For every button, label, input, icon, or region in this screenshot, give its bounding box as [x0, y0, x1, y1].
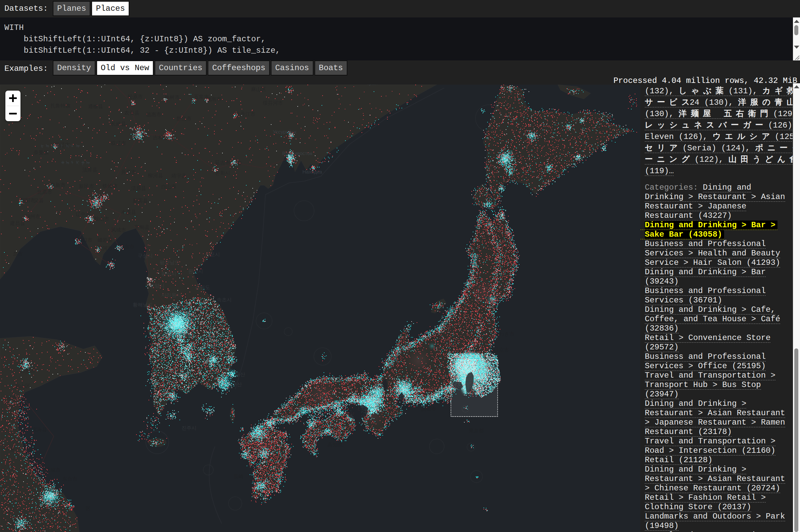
svg-text:鳥取市: 鳥取市 — [336, 374, 352, 380]
svg-text:新民市: 新民市 — [79, 183, 94, 189]
svg-text:柳河县: 柳河县 — [147, 172, 163, 178]
svg-text:奈曼旗: 奈曼旗 — [34, 149, 49, 155]
svg-text:庄河市: 庄河市 — [97, 245, 112, 251]
svg-text:日立市: 日立市 — [494, 347, 509, 353]
svg-text:金沢市: 金沢市 — [394, 342, 409, 347]
svg-text:宽甸县: 宽甸县 — [134, 224, 149, 230]
svg-text:황해남도: 황해남도 — [133, 302, 153, 307]
svg-text:いわき市: いわき市 — [494, 331, 514, 337]
svg-text:岚山区: 岚山区 — [15, 383, 30, 389]
svg-text:榆树市: 榆树市 — [164, 94, 180, 100]
svg-text:本溪县: 本溪县 — [121, 209, 136, 215]
svg-text:牡丹江市: 牡丹江市 — [235, 111, 255, 117]
svg-text:滨海县: 滨海县 — [32, 426, 47, 432]
svg-text:충청남: 충청남 — [175, 331, 190, 337]
svg-text:通榆县: 通榆县 — [88, 103, 103, 109]
svg-text:盐城市: 盐城市 — [46, 467, 60, 473]
svg-text:阜新市: 阜新市 — [50, 182, 66, 188]
svg-text:Уссурийск: Уссурийск — [273, 129, 296, 135]
svg-text:평안남도: 평안남도 — [160, 260, 180, 265]
svg-text:酒田市: 酒田市 — [467, 276, 482, 281]
svg-text:延吉市 연길: 延吉市 연길 — [215, 160, 241, 166]
svg-text:德惠市: 德惠市 — [146, 111, 161, 117]
svg-text:朝阳市: 朝阳市 — [20, 197, 35, 203]
svg-text:吉林省: 吉林省 — [153, 135, 168, 140]
svg-text:港市: 港市 — [7, 395, 17, 400]
svg-text:松原市: 松原市 — [128, 94, 143, 99]
svg-text:평양시: 평양시 — [149, 283, 165, 288]
svg-text:Владивосток: Владивосток — [282, 150, 312, 156]
svg-text:双辽市: 双辽市 — [111, 140, 126, 146]
svg-text:ᠬᠣᠰᠢᠭᠤ: ᠬᠣᠰᠢᠭᠤ — [60, 160, 91, 166]
svg-text:진주시: 진주시 — [181, 425, 197, 431]
svg-text:东台市: 东台市 — [62, 476, 77, 482]
svg-text:建昌县: 建昌县 — [10, 220, 25, 226]
svg-text:扎鲁特旗: 扎鲁特旗 — [50, 103, 71, 109]
svg-text:新宾县: 新宾县 — [133, 198, 148, 204]
svg-text:日照市: 日照市 — [20, 368, 35, 374]
svg-text:岫岩县: 岫岩县 — [97, 237, 112, 243]
svg-text:高知県: 高知県 — [328, 442, 343, 448]
svg-text:사리원시: 사리원시 — [161, 292, 181, 298]
svg-text:长岭县: 长岭县 — [111, 121, 126, 127]
svg-text:室蘭市: 室蘭市 — [496, 182, 511, 188]
svg-text:鞍山市: 鞍山市 — [94, 216, 109, 222]
svg-text:부산: 부산 — [232, 381, 242, 387]
svg-text:市: 市 — [10, 447, 15, 453]
svg-text:函館市: 函館市 — [487, 198, 502, 204]
svg-text:北票市: 北票市 — [37, 189, 52, 195]
svg-text:凤城市: 凤城市 — [111, 227, 126, 233]
svg-text:ᠳᠣᠷᠣᠨᠠᠲᠤ: ᠳᠣᠷᠣᠨᠠᠲᠤ — [40, 143, 80, 149]
svg-text:苫小牧市: 苫小牧市 — [496, 176, 516, 182]
svg-text:원산시: 원산시 — [188, 268, 203, 274]
svg-text:край: край — [367, 84, 378, 86]
svg-text:海阳市: 海阳市 — [57, 344, 72, 350]
svg-text:辽中区: 辽中区 — [76, 211, 91, 217]
svg-text:靖宇县: 靖宇县 — [171, 173, 186, 178]
svg-text:延岡市: 延岡市 — [268, 475, 283, 481]
svg-text:五常市: 五常市 — [194, 94, 209, 100]
svg-text:Находка: Находка — [303, 169, 322, 174]
svg-text:上越市: 上越市 — [427, 334, 442, 339]
svg-text:铁岭市: 铁岭市 — [103, 183, 117, 189]
svg-text:清原县: 清原县 — [131, 185, 146, 191]
svg-text:福井市: 福井市 — [389, 355, 404, 360]
svg-text:区: 区 — [86, 506, 91, 511]
svg-text:長崎: 長崎 — [234, 474, 243, 479]
svg-text:돈화시: 돈화시 — [215, 170, 230, 175]
svg-text:开原市: 开原市 — [121, 169, 136, 175]
svg-text:속초시: 속초시 — [217, 297, 232, 302]
svg-text:绥芬河市: 绥芬河市 — [263, 100, 283, 106]
svg-text:울산: 울산 — [235, 371, 245, 377]
svg-text:신포시: 신포시 — [205, 251, 220, 257]
svg-text:강원도: 강원도 — [195, 284, 210, 290]
svg-text:개성시: 개성시 — [168, 303, 183, 309]
svg-text:麻山区: 麻山区 — [251, 86, 266, 92]
svg-text:义县: 义县 — [34, 197, 44, 203]
svg-text:营口市: 营口市 — [77, 237, 92, 243]
svg-text:岛市: 岛市 — [13, 251, 23, 257]
svg-text:東京都: 東京都 — [469, 428, 484, 433]
svg-text:农安县: 农安县 — [124, 110, 140, 115]
svg-text:구성시: 구성시 — [138, 253, 153, 259]
svg-text:锦州市: 锦州市 — [25, 213, 40, 219]
svg-text:白山市: 白山市 — [161, 184, 176, 189]
svg-text:평성시: 평성시 — [161, 271, 176, 277]
svg-text:舒兰市: 舒兰市 — [176, 115, 192, 121]
svg-text:浜松市: 浜松市 — [421, 406, 436, 412]
svg-text:丹东市: 丹东市 — [119, 244, 134, 249]
svg-text:法库县: 法库县 — [82, 167, 97, 172]
